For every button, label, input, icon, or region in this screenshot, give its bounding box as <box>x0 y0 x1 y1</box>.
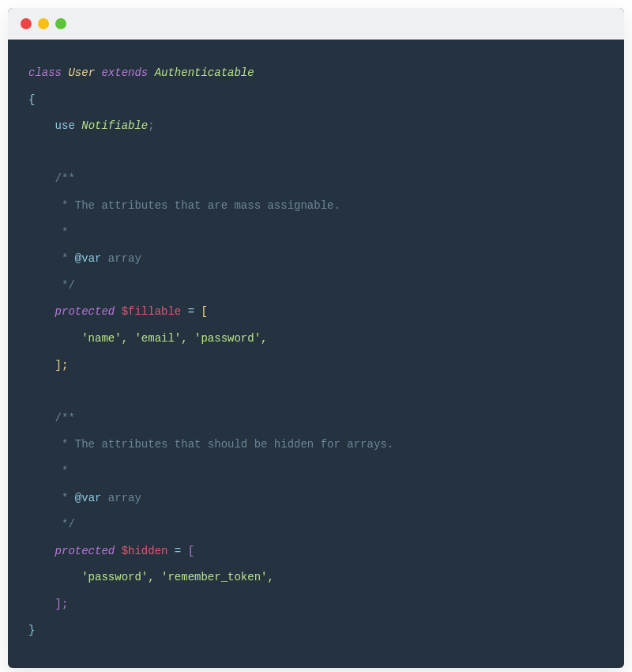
code-line: * <box>28 459 604 485</box>
semicolon: ; <box>148 119 154 132</box>
blank-line <box>28 379 604 406</box>
keyword-protected: protected <box>55 545 115 557</box>
code-line: * The attributes that are mass assignabl… <box>28 193 604 220</box>
keyword-use: use <box>55 119 75 132</box>
code-line: /** <box>28 166 604 193</box>
equals: = <box>175 545 181 557</box>
docblock-close: */ <box>55 518 75 530</box>
code-line: * @var array <box>28 246 604 273</box>
docblock-star: * <box>55 492 69 504</box>
brace-open: { <box>28 93 35 106</box>
maximize-icon[interactable] <box>55 18 66 29</box>
code-line: * <box>28 220 604 247</box>
bracket-close: ]; <box>55 359 69 372</box>
code-line: ]; <box>28 353 604 379</box>
docblock-star: * <box>55 252 69 265</box>
keyword-protected: protected <box>55 305 115 318</box>
minimize-icon[interactable] <box>38 18 49 29</box>
bracket-open: [ <box>201 305 207 318</box>
code-window: class User extends Authenticatable { use… <box>8 8 624 668</box>
var-hidden: $hidden <box>122 545 168 557</box>
docblock-text: * The attributes that should be hidden f… <box>55 438 393 451</box>
docblock-open: /** <box>55 172 75 185</box>
array-items: 'name', 'email', 'password', <box>81 332 267 345</box>
docblock-var-tag: @var <box>75 492 102 504</box>
docblock-star: * <box>55 226 69 239</box>
docblock-var-type: array <box>108 252 141 265</box>
code-line: } <box>28 617 604 644</box>
brace-close: } <box>28 624 35 636</box>
docblock-var-type: array <box>108 492 141 504</box>
trait-name: Notifiable <box>81 119 148 132</box>
code-line: protected $fillable = [ <box>28 299 604 326</box>
code-line: /** <box>28 406 604 432</box>
code-line: { <box>28 87 604 114</box>
code-line: */ <box>28 512 604 538</box>
code-line: protected $hidden = [ <box>28 538 604 565</box>
code-line: 'name', 'email', 'password', <box>28 326 604 353</box>
keyword-class: class <box>28 66 62 79</box>
blank-line <box>28 140 604 167</box>
equals: = <box>188 305 194 318</box>
docblock-close: */ <box>55 279 75 292</box>
var-fillable: $fillable <box>122 305 182 318</box>
class-name: User <box>68 66 95 79</box>
code-line: 'password', 'remember_token', <box>28 564 604 591</box>
code-line: use Notifiable; <box>28 113 604 140</box>
array-items: 'password', 'remember_token', <box>81 571 274 583</box>
parent-class: Authenticatable <box>155 66 254 79</box>
code-area: class User extends Authenticatable { use… <box>8 40 624 668</box>
close-icon[interactable] <box>21 18 32 29</box>
code-line: * The attributes that should be hidden f… <box>28 432 604 459</box>
docblock-text: * The attributes that are mass assignabl… <box>55 199 340 212</box>
code-line: * @var array <box>28 485 604 512</box>
docblock-star: * <box>55 465 69 478</box>
window-titlebar <box>8 8 624 40</box>
bracket-open: [ <box>188 545 194 557</box>
bracket-close: ]; <box>55 598 69 610</box>
docblock-open: /** <box>55 412 75 425</box>
keyword-extends: extends <box>101 66 148 79</box>
docblock-var-tag: @var <box>75 252 102 265</box>
code-line: */ <box>28 273 604 300</box>
code-line: ]; <box>28 591 604 618</box>
code-line: class User extends Authenticatable <box>28 60 604 87</box>
